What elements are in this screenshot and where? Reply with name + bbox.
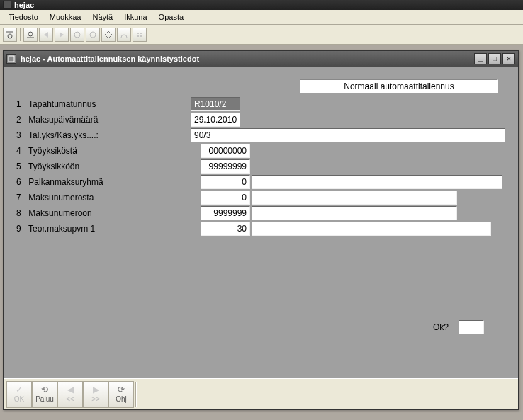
svg-point-9 [137, 33, 139, 34]
ok-button: ✓OK [6, 381, 32, 408]
app-title: hejac [14, 1, 34, 9]
ok-button-icon: ✓ [16, 385, 23, 394]
prev-button-icon: ◀ [67, 385, 74, 394]
field-label: 7 Maksunumerosta [16, 193, 191, 203]
field-label: 1 Tapahtumatunnus [16, 99, 191, 109]
field-label: 6 Palkanmaksuryhmä [16, 177, 191, 187]
input-field-extra[interactable] [252, 222, 491, 236]
toolbar-btn-next[interactable] [55, 28, 69, 42]
back-button[interactable]: ⟲Paluu [32, 381, 57, 408]
child-body: Normaali automaattitallennus 1 Tapahtuma… [4, 67, 518, 378]
close-button[interactable]: ✕ [502, 53, 515, 64]
form-row: 9 Teor.maksupvm 130 [16, 221, 505, 237]
next-button: ▶>> [83, 381, 108, 408]
input-field[interactable]: 9999999 [201, 206, 250, 220]
app-icon [3, 1, 11, 9]
toolbar-top [0, 25, 523, 45]
help-button-label: Ohj [116, 395, 127, 403]
child-titlebar[interactable]: hejac - Automaattitallennuksen käynnisty… [4, 51, 518, 67]
window-icon [6, 54, 16, 64]
mode-banner: Normaali automaattitallennus [300, 79, 498, 93]
input-field-extra[interactable] [252, 175, 502, 189]
next-button-label: >> [91, 395, 100, 403]
input-field[interactable]: 00000000 [201, 144, 250, 158]
input-field[interactable]: 0 [201, 191, 250, 205]
ok-input[interactable] [459, 320, 484, 334]
svg-marker-4 [44, 32, 48, 38]
toolbar-separator [20, 28, 21, 41]
child-window: hejac - Automaattitallennuksen käynnisty… [3, 50, 519, 410]
svg-point-10 [140, 33, 142, 34]
menu-window[interactable]: Ikkuna [118, 11, 152, 23]
mode-text: Normaali automaattitallennus [344, 81, 454, 91]
svg-point-3 [28, 32, 33, 36]
input-field[interactable]: 90/3 [191, 128, 505, 142]
minimize-button[interactable]: _ [474, 53, 487, 64]
ok-button-label: OK [14, 395, 24, 403]
svg-marker-5 [60, 32, 64, 38]
input-field[interactable]: 29.10.2010 [191, 113, 240, 127]
help-button[interactable]: ⟳Ohj [108, 381, 134, 408]
toolbar-separator [135, 382, 137, 407]
form-row: 2 Maksupäivämäärä29.10.2010 [16, 112, 505, 127]
menu-file[interactable]: Tiedosto [3, 11, 44, 23]
field-label: 8 Maksunumeroon [16, 208, 191, 218]
form: 1 TapahtumatunnusR1010/22 Maksupäivämäär… [16, 96, 505, 237]
child-title: hejac - Automaattitallennuksen käynnisty… [21, 55, 199, 63]
toolbar-btn-arc[interactable] [117, 28, 131, 42]
form-row: 6 Palkanmaksuryhmä0 [16, 174, 505, 190]
help-button-icon: ⟳ [118, 385, 125, 394]
menu-help[interactable]: Opasta [153, 11, 189, 23]
form-row: 4 Työyksiköstä00000000 [16, 143, 505, 159]
svg-point-6 [74, 32, 80, 38]
field-label: 2 Maksupäivämäärä [16, 115, 191, 125]
form-row: 5 Työyksikköön99999999 [16, 159, 505, 174]
back-button-icon: ⟲ [41, 385, 48, 394]
input-field[interactable]: 99999999 [201, 159, 250, 174]
svg-point-1 [8, 34, 12, 38]
field-label: 4 Työyksiköstä [16, 146, 191, 156]
svg-point-7 [90, 32, 96, 38]
ok-row: Ok? [433, 320, 484, 334]
prev-button: ◀<< [57, 381, 83, 408]
back-button-label: Paluu [35, 395, 54, 403]
input-field-extra[interactable] [252, 206, 457, 220]
svg-point-12 [140, 35, 142, 37]
input-field-extra[interactable] [252, 191, 457, 205]
prev-button-label: << [66, 395, 74, 403]
svg-rect-13 [9, 56, 14, 62]
toolbar-btn-circle2[interactable] [86, 28, 100, 42]
menu-view[interactable]: Näytä [86, 11, 118, 23]
toolbar-btn-2[interactable] [23, 28, 38, 42]
toolbar-btn-1[interactable] [3, 28, 17, 42]
form-row: 8 Maksunumeroon9999999 [16, 205, 505, 221]
toolbar-btn-diamond[interactable] [101, 28, 116, 42]
toolbar-btn-grid[interactable] [133, 28, 147, 42]
svg-marker-8 [105, 31, 112, 38]
field-label: 3 Tal.yks/Käs.yks....: [16, 130, 191, 140]
toolbar-btn-circle1[interactable] [70, 28, 84, 42]
input-field[interactable]: 30 [201, 222, 250, 236]
form-row: 1 TapahtumatunnusR1010/2 [16, 96, 505, 112]
next-button-icon: ▶ [93, 385, 99, 394]
ok-label: Ok? [433, 322, 449, 332]
input-field[interactable]: R1010/2 [191, 97, 240, 111]
svg-point-11 [137, 35, 139, 37]
workspace: hejac - Automaattitallennuksen käynnisty… [0, 45, 523, 420]
bottom-toolbar: ✓OK⟲Paluu◀<<▶>>⟳Ohj [4, 378, 518, 409]
menu-edit[interactable]: Muokkaa [44, 11, 87, 23]
toolbar-separator [150, 28, 150, 41]
app-titlebar: hejac [0, 0, 523, 10]
form-row: 7 Maksunumerosta0 [16, 190, 505, 205]
field-label: 9 Teor.maksupvm 1 [16, 224, 191, 234]
input-field[interactable]: 0 [201, 175, 250, 189]
menubar: Tiedosto Muokkaa Näytä Ikkuna Opasta [0, 10, 523, 25]
form-row: 3 Tal.yks/Käs.yks....:90/3 [16, 127, 505, 143]
field-label: 5 Työyksikköön [16, 161, 191, 171]
maximize-button[interactable]: □ [488, 53, 501, 64]
toolbar-btn-prev[interactable] [39, 28, 53, 42]
